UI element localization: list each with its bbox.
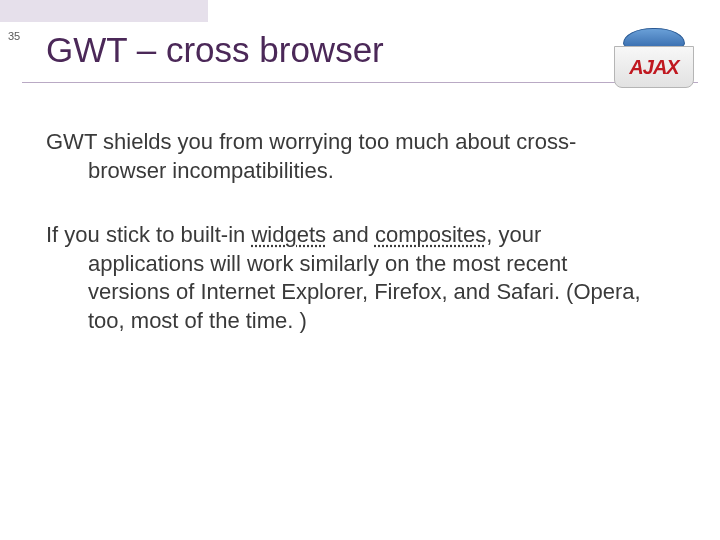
para2-text-mid: and — [326, 222, 375, 247]
ajax-logo-text: AJAX — [629, 56, 678, 79]
composites-link[interactable]: composites — [375, 222, 486, 247]
title-underline — [22, 82, 698, 83]
paragraph-1: GWT shields you from worrying too much a… — [46, 128, 646, 185]
header-accent-bar — [0, 0, 208, 22]
slide-number: 35 — [8, 30, 20, 42]
slide-title: GWT – cross browser — [46, 30, 384, 70]
ajax-logo-cap — [623, 28, 685, 48]
paragraph-2: If you stick to built-in widgets and com… — [46, 221, 646, 335]
ajax-logo-body: AJAX — [614, 46, 694, 88]
ajax-logo: AJAX — [614, 28, 694, 88]
para2-text-pre: If you stick to built-in — [46, 222, 251, 247]
slide-body: GWT shields you from worrying too much a… — [46, 128, 646, 372]
widgets-link[interactable]: widgets — [251, 222, 326, 247]
